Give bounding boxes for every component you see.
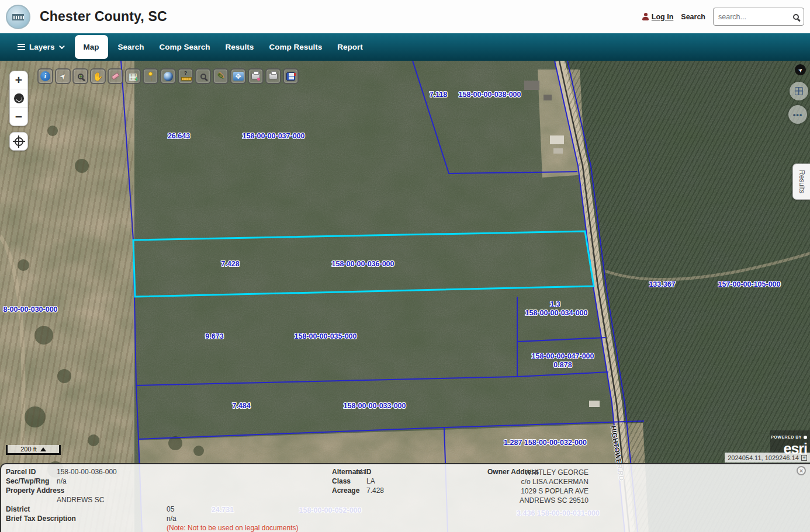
info-icon: i [39, 69, 52, 83]
owner-line: 1029 S POPLAR AVE [457, 486, 589, 496]
home-extent-button[interactable] [10, 89, 27, 107]
property-address-label: Property Address [6, 486, 64, 495]
measure-button[interactable]: ? [178, 68, 193, 84]
parcel-label: 9.673 [205, 332, 223, 340]
zoom-out-button[interactable]: − [10, 107, 27, 126]
arrow-icon: ➤ [797, 66, 804, 74]
class-label: Class [332, 477, 351, 485]
header-search-box [713, 8, 804, 26]
parcel-label: 7.484 [232, 402, 250, 410]
map-viewport[interactable]: 26.643158-00-00-037-0007.118158-00-00-03… [0, 61, 810, 532]
magnifier-icon [196, 69, 210, 83]
drop-pushpin-button[interactable] [143, 68, 158, 84]
parcel-label: 7.428 [221, 260, 239, 268]
login-link[interactable]: Log In [652, 13, 674, 21]
powered-by-text: POWERED BY [771, 435, 802, 439]
google-earth-button[interactable] [160, 68, 176, 84]
results-side-tab[interactable]: Results [792, 164, 810, 200]
grid-plus-icon: ▦+ [126, 69, 140, 83]
hand-icon: ✋ [91, 69, 105, 83]
globe-icon [161, 69, 175, 83]
brief-tax-label: Brief Tax Description [6, 514, 76, 523]
page-title: Chester County, SC [40, 9, 167, 25]
search-parcel-button[interactable] [195, 68, 211, 84]
map-toolbar: i➤+✋▦+?✎✥ [37, 68, 299, 84]
globe-icon [14, 93, 24, 103]
pushpin-icon [144, 69, 157, 83]
tab-comp-results[interactable]: Comp Results [261, 33, 330, 61]
search-input[interactable] [718, 13, 787, 21]
app: Chester County, SC Log In Search Layers … [0, 0, 810, 532]
legal-note: (Note: Not to be used on legal documents… [167, 524, 298, 532]
tab-results[interactable]: Results [218, 33, 262, 61]
alternate-id-value: n/a [356, 468, 366, 476]
select-by-shape-button[interactable]: ▦+ [125, 68, 141, 84]
parcel-label: 26.643 [168, 132, 190, 140]
tab-search[interactable]: Search [110, 33, 152, 61]
tab-map[interactable]: Map [75, 35, 108, 59]
brief-tax-value: n/a [167, 514, 176, 523]
coordinates-expand-icon[interactable]: + [801, 455, 807, 461]
coordinates-text: 2024054.11, 1029246.14 [728, 454, 799, 461]
erase-markup-button[interactable] [108, 68, 123, 84]
pencil-icon: ✎ [214, 69, 227, 83]
expand-panel-button[interactable]: ➤ [795, 64, 806, 75]
locate-button[interactable] [9, 132, 28, 151]
esri-globe-dot-icon [804, 436, 807, 439]
full-extent-button[interactable]: ✥ [230, 68, 246, 84]
expand-arrows-icon: ✥ [231, 69, 245, 83]
layers-menu-button[interactable]: Layers [18, 43, 63, 51]
zoom-in-box-button[interactable]: + [72, 68, 88, 84]
parcel-label: 157-00-00-105-000 [718, 280, 780, 288]
scale-text: 200 ft [20, 446, 37, 453]
nav-tabs: MapSearchComp SearchResultsComp ResultsR… [72, 33, 371, 61]
tab-comp-search[interactable]: Comp Search [152, 33, 218, 61]
header-search-link[interactable]: Search [681, 13, 705, 21]
basemap-button[interactable] [790, 82, 808, 100]
header-right: Log In Search [642, 8, 810, 26]
property-address-value: ANDREWS SC [57, 496, 104, 504]
ruler-question-icon: ? [179, 69, 192, 83]
owner-line: WHITLEY GEORGE [457, 468, 589, 477]
parcel-label: 158-00-00-047-000 [531, 352, 594, 360]
print-button[interactable] [265, 68, 281, 84]
more-options-button[interactable]: ••• [788, 105, 807, 124]
sec-twp-rng-label: Sec/Twp/Rng [6, 477, 49, 485]
chevron-down-icon [59, 43, 65, 49]
magnifier-plus-icon: + [74, 69, 87, 83]
parcel-label: 158-00-00-033-000 [343, 402, 406, 410]
basemap-grid-icon [795, 87, 803, 95]
parcel-label: 133.367 [649, 280, 675, 288]
parcel-label: 158-00-00-036-000 [331, 260, 394, 268]
scale-arrow-icon [40, 447, 46, 451]
zoom-controls: + − [9, 71, 28, 126]
sec-twp-rng-value: n/a [57, 477, 67, 485]
close-panel-icon[interactable]: × [797, 466, 806, 475]
print-setup-button[interactable] [248, 68, 264, 84]
results-tab-label: Results [798, 170, 806, 193]
eraser-icon [109, 69, 122, 83]
parcel-info-panel: Parcel ID 158-00-00-036-000 Sec/Twp/Rng … [0, 463, 810, 532]
parcel-label: 8-00-00-030-000 [3, 305, 57, 314]
save-map-button[interactable] [283, 68, 299, 84]
parcel-label: 158-00-00-038-000 [458, 91, 521, 99]
draw-markup-button[interactable]: ✎ [213, 68, 229, 84]
layers-icon [18, 44, 25, 50]
ellipsis-icon: ••• [793, 110, 803, 119]
zoom-in-button[interactable]: + [10, 71, 27, 89]
printer-tools-icon [249, 69, 262, 83]
printer-icon [266, 69, 280, 83]
select-features-button[interactable]: ➤ [55, 68, 71, 84]
scale-bar: 200 ft [6, 445, 61, 455]
tab-report[interactable]: Report [330, 33, 371, 61]
parcel-label: 1.287 158-00-00-032-000 [504, 439, 587, 447]
nav-bar: Layers MapSearchComp SearchResultsComp R… [0, 33, 810, 61]
parcel-id-label: Parcel ID [6, 468, 36, 476]
pan-button[interactable]: ✋ [90, 68, 106, 84]
parcel-label: 158-00-00-037-000 [242, 132, 304, 140]
parcel-label: 7.118 [430, 91, 448, 99]
parcel-label: 158-00-00-035-000 [294, 332, 356, 340]
courthouse-icon [12, 14, 24, 20]
search-icon[interactable] [793, 14, 799, 20]
identify-button[interactable]: i [37, 68, 53, 84]
